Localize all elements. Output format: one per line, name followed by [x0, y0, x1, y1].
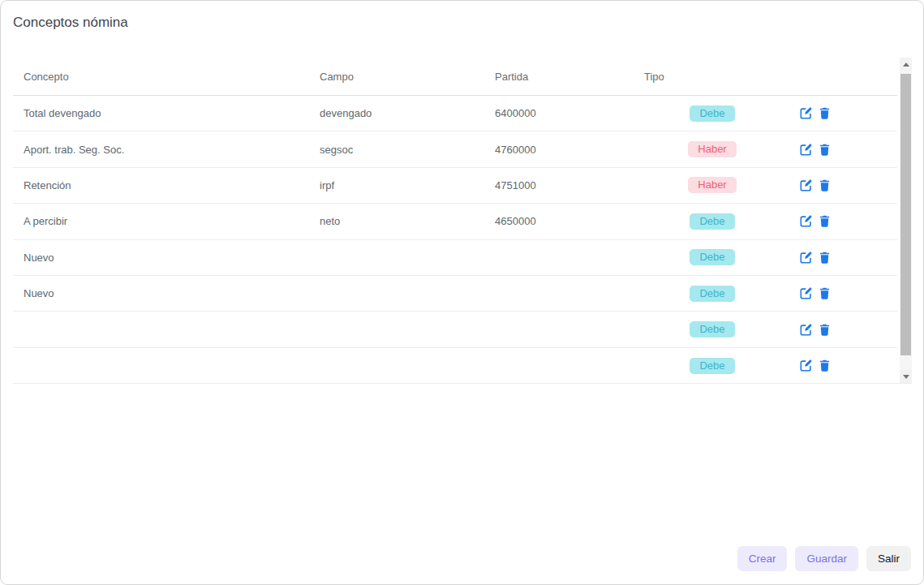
- concepto-cell: Total devengado: [13, 107, 309, 119]
- actions-cell: [792, 179, 897, 191]
- table-row: Nuevo Debe: [13, 240, 897, 276]
- table-row: Retención irpf 4751000 Haber: [13, 168, 897, 204]
- tipo-cell: Haber: [633, 141, 792, 157]
- edit-pen-square-icon[interactable]: [800, 359, 812, 372]
- actions-cell: [792, 287, 897, 299]
- header-concepto: Concepto: [13, 71, 309, 83]
- actions-cell: [792, 215, 897, 227]
- edit-pen-square-icon[interactable]: [800, 215, 812, 227]
- partida-cell: 4650000: [484, 215, 633, 227]
- concepto-cell: Nuevo: [13, 287, 309, 299]
- tipo-badge: Debe: [690, 358, 734, 374]
- tipo-cell: Debe: [633, 249, 792, 265]
- concepto-cell: Nuevo: [13, 252, 309, 264]
- scroll-down-arrow-icon: [903, 375, 909, 379]
- tipo-cell: Debe: [633, 358, 792, 374]
- tipo-cell: Debe: [633, 105, 792, 122]
- guardar-button[interactable]: Guardar: [795, 546, 858, 571]
- conceptos-nomina-dialog: Conceptos nómina Concepto Campo Partida …: [0, 0, 924, 585]
- trash-icon[interactable]: [819, 179, 830, 191]
- edit-pen-square-icon[interactable]: [800, 144, 812, 156]
- tipo-cell: Debe: [633, 321, 792, 338]
- crear-button[interactable]: Crear: [737, 546, 788, 571]
- tipo-badge: Haber: [688, 141, 736, 157]
- trash-icon[interactable]: [819, 287, 830, 299]
- salir-button[interactable]: Salir: [866, 546, 911, 571]
- header-tipo: Tipo: [633, 71, 792, 83]
- partida-cell: 4760000: [484, 144, 633, 156]
- header-campo: Campo: [309, 71, 484, 83]
- campo-cell: neto: [309, 215, 484, 227]
- edit-pen-square-icon[interactable]: [800, 324, 812, 336]
- campo-cell: devengado: [309, 107, 484, 119]
- partida-cell: 4751000: [484, 179, 633, 191]
- campo-cell: irpf: [309, 179, 484, 191]
- table-header-row: Concepto Campo Partida Tipo: [13, 58, 897, 96]
- scrollbar-thumb[interactable]: [900, 74, 911, 355]
- campo-cell: segsoc: [309, 144, 484, 156]
- tipo-cell: Haber: [633, 177, 792, 193]
- edit-pen-square-icon[interactable]: [800, 179, 812, 191]
- table-row: Debe: [13, 348, 897, 384]
- concepto-cell: Retención: [13, 179, 309, 191]
- scroll-up-arrow-icon: [903, 62, 909, 67]
- edit-pen-square-icon[interactable]: [800, 252, 812, 264]
- header-partida: Partida: [484, 71, 633, 83]
- scrollbar-track[interactable]: [900, 71, 912, 370]
- page-title: Conceptos nómina: [13, 15, 128, 31]
- trash-icon[interactable]: [819, 215, 830, 227]
- table-row: Debe: [13, 312, 897, 347]
- table-row: Aport. trab. Seg. Soc. segsoc 4760000 Ha…: [13, 131, 897, 167]
- tipo-badge: Debe: [690, 105, 734, 122]
- scroll-down-button[interactable]: [900, 370, 912, 383]
- tipo-badge: Debe: [690, 321, 734, 338]
- actions-cell: [792, 359, 897, 372]
- tipo-cell: Debe: [633, 213, 792, 230]
- concepto-cell: Aport. trab. Seg. Soc.: [13, 144, 309, 156]
- table-body: Total devengado devengado 6400000 Debe A…: [13, 96, 897, 384]
- trash-icon[interactable]: [819, 359, 830, 372]
- tipo-badge: Debe: [690, 249, 734, 265]
- tipo-badge: Debe: [690, 286, 734, 302]
- actions-cell: [792, 252, 897, 264]
- trash-icon[interactable]: [819, 252, 830, 264]
- table-row: Total devengado devengado 6400000 Debe: [13, 96, 897, 131]
- trash-icon[interactable]: [819, 144, 830, 156]
- table-row: Nuevo Debe: [13, 276, 897, 312]
- actions-cell: [792, 324, 897, 336]
- actions-cell: [792, 144, 897, 156]
- tipo-badge: Haber: [688, 177, 736, 193]
- vertical-scrollbar[interactable]: [900, 58, 912, 383]
- tipo-badge: Debe: [690, 213, 734, 230]
- footer-button-bar: Crear Guardar Salir: [737, 546, 911, 571]
- table-rows-wrap: Concepto Campo Partida Tipo Total deveng…: [13, 58, 897, 384]
- scroll-up-button[interactable]: [900, 58, 912, 71]
- conceptos-table: Concepto Campo Partida Tipo Total deveng…: [13, 58, 912, 384]
- table-row: A percibir neto 4650000 Debe: [13, 204, 897, 239]
- trash-icon[interactable]: [819, 107, 830, 119]
- trash-icon[interactable]: [819, 324, 830, 336]
- actions-cell: [792, 107, 897, 119]
- concepto-cell: A percibir: [13, 215, 309, 227]
- partida-cell: 6400000: [484, 107, 633, 119]
- tipo-cell: Debe: [633, 286, 792, 302]
- edit-pen-square-icon[interactable]: [800, 107, 812, 119]
- edit-pen-square-icon[interactable]: [800, 287, 812, 299]
